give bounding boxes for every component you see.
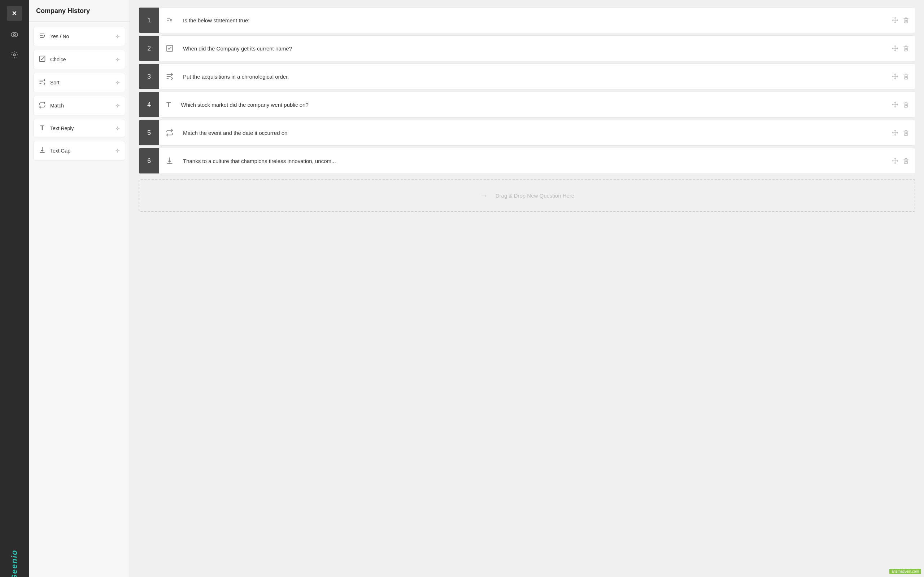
sidebar-item-yes-no[interactable]: Yes / No ✛ [33, 27, 125, 46]
text-gap-icon [39, 147, 46, 155]
question-row: 6 Thanks to a culture that champions tir… [139, 148, 915, 174]
question-text-6: Thanks to a culture that champions tirel… [180, 158, 886, 164]
sidebar-item-text-reply[interactable]: T Text Reply ✛ [33, 119, 125, 137]
drop-zone-arrow-icon: → [480, 190, 488, 200]
sidebar-item-choice-label: Choice [50, 56, 66, 62]
question-text-1: Is the below statement true: [180, 17, 886, 23]
brand-logo: Geenio [10, 550, 19, 577]
watermark: alternativein.com [889, 569, 921, 574]
drag-handle-text-reply[interactable]: ✛ [115, 126, 120, 131]
question-number-4: 4 [139, 92, 159, 117]
close-button[interactable]: × [7, 6, 22, 21]
delete-button-2[interactable] [903, 45, 909, 52]
question-row: 5 Match the event and the date it occurr… [139, 120, 915, 146]
question-number-5: 5 [139, 120, 159, 145]
question-text-4: Which stock market did the company went … [178, 102, 886, 108]
sidebar-item-text-gap[interactable]: Text Gap ✛ [33, 141, 125, 161]
yes-no-icon [39, 32, 46, 41]
drag-handle-match[interactable]: ✛ [115, 103, 120, 108]
move-button-5[interactable] [892, 129, 898, 136]
match-icon [39, 102, 46, 110]
question-actions-6 [886, 158, 915, 164]
move-button-3[interactable] [892, 73, 898, 80]
text-reply-icon: T [39, 124, 46, 132]
question-actions-2 [886, 45, 915, 52]
delete-button-5[interactable] [903, 129, 909, 136]
gear-icon[interactable] [8, 48, 21, 61]
question-number-6: 6 [139, 148, 159, 174]
question-actions-3 [886, 73, 915, 80]
question-row: 3 Put the acquisitions in a chronologica… [139, 63, 915, 89]
sort-icon [39, 78, 46, 87]
drag-handle-yes-no[interactable]: ✛ [115, 34, 120, 39]
svg-point-0 [11, 32, 18, 37]
move-button-1[interactable] [892, 17, 898, 23]
question-number-1: 1 [139, 8, 159, 33]
delete-button-3[interactable] [903, 73, 909, 80]
question-row: 1 Is the below statement true: [139, 7, 915, 33]
main-content: 1 Is the below statement true: [130, 0, 924, 577]
question-actions-1 [886, 17, 915, 23]
sidebar-item-text-reply-label: Text Reply [50, 126, 74, 131]
move-button-4[interactable] [892, 102, 898, 108]
sidebar-item-sort-label: Sort [50, 80, 60, 85]
svg-point-2 [13, 54, 16, 56]
question-type-icon-6 [159, 157, 180, 165]
question-actions-4 [886, 102, 915, 108]
sidebar-item-yes-no-label: Yes / No [50, 34, 69, 39]
drop-zone[interactable]: → Drag & Drop New Question Here [139, 179, 915, 212]
sidebar-items-list: Yes / No ✛ Choice ✛ [29, 22, 129, 166]
move-button-2[interactable] [892, 45, 898, 52]
sidebar-item-match[interactable]: Match ✛ [33, 96, 125, 115]
question-text-5: Match the event and the date it occurred… [180, 130, 886, 136]
question-number-3: 3 [139, 64, 159, 89]
nav-bar: × Geenio [0, 0, 29, 577]
question-type-icon-5 [159, 129, 180, 137]
eye-icon[interactable] [8, 28, 21, 41]
question-row: 2 When did the Company get its current n… [139, 35, 915, 61]
question-text-3: Put the acquisitions in a chronological … [180, 74, 886, 80]
sidebar-item-choice[interactable]: Choice ✛ [33, 50, 125, 69]
drag-handle-text-gap[interactable]: ✛ [115, 148, 120, 154]
choice-icon [39, 55, 46, 64]
question-text-2: When did the Company get its current nam… [180, 45, 886, 52]
sidebar-title: Company History [29, 0, 129, 22]
svg-point-1 [13, 34, 16, 36]
drag-handle-sort[interactable]: ✛ [115, 80, 120, 85]
sidebar-item-sort[interactable]: Sort ✛ [33, 73, 125, 92]
delete-button-6[interactable] [903, 158, 909, 164]
delete-button-1[interactable] [903, 17, 909, 23]
question-actions-5 [886, 129, 915, 136]
question-type-icon-3 [159, 73, 180, 81]
delete-button-4[interactable] [903, 102, 909, 108]
sidebar: Company History Yes / No ✛ [29, 0, 130, 577]
question-row: 4 T Which stock market did the company w… [139, 92, 915, 118]
sidebar-item-text-gap-label: Text Gap [50, 148, 70, 154]
question-type-icon-4: T [159, 101, 178, 109]
drop-zone-label: Drag & Drop New Question Here [496, 193, 574, 199]
question-type-icon-2 [159, 44, 180, 52]
sidebar-item-match-label: Match [50, 103, 64, 108]
question-number-2: 2 [139, 36, 159, 61]
question-type-icon-1 [159, 16, 180, 24]
drag-handle-choice[interactable]: ✛ [115, 56, 120, 62]
move-button-6[interactable] [892, 158, 898, 164]
